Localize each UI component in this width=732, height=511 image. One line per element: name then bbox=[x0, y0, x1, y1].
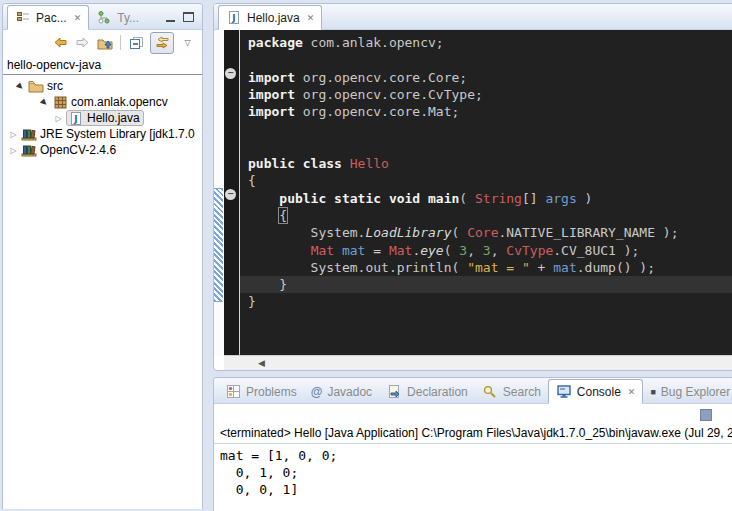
expand-arrow-icon[interactable]: ▶ bbox=[14, 80, 27, 93]
tab-bug-explorer[interactable]: ■ Bug Explorer bbox=[643, 380, 732, 403]
package-explorer-view: Pac... ✕ Ty... ▽ he bbox=[2, 3, 203, 509]
package-explorer-toolbar: ▽ bbox=[3, 30, 202, 55]
svg-text:J: J bbox=[231, 13, 235, 23]
close-icon[interactable]: ✕ bbox=[628, 387, 636, 397]
console-output[interactable]: mat = [1, 0, 0; 0, 1, 0; 0, 0, 1] bbox=[214, 444, 732, 501]
selected-item: J Hello.java bbox=[66, 110, 144, 126]
tab-label: Declaration bbox=[407, 385, 468, 399]
expand-arrow-icon[interactable]: ▶ bbox=[38, 96, 51, 109]
tree-item-label: OpenCV-2.4.6 bbox=[40, 143, 116, 157]
range-indicator bbox=[214, 188, 223, 302]
tree-item-label: src bbox=[47, 79, 63, 93]
tab-search[interactable]: Search bbox=[475, 380, 548, 403]
type-hierarchy-icon bbox=[96, 11, 112, 25]
project-tree: ▶ src ▶ com.anlak.opencv ▷ J Hello.java … bbox=[3, 75, 202, 158]
source-folder-icon bbox=[28, 79, 44, 93]
tree-item-package[interactable]: ▶ com.anlak.opencv bbox=[3, 94, 202, 110]
package-explorer-icon bbox=[15, 11, 31, 25]
bug-square-icon: ■ bbox=[650, 387, 655, 397]
tab-label: Ty... bbox=[117, 11, 139, 25]
collapse-all-button[interactable] bbox=[128, 35, 145, 51]
javadoc-at-icon: @ bbox=[311, 385, 323, 399]
horizontal-scrollbar[interactable]: ◀ bbox=[224, 355, 732, 370]
close-icon[interactable]: ✕ bbox=[307, 13, 315, 23]
up-button[interactable] bbox=[96, 35, 113, 51]
fold-collapse-icon[interactable]: − bbox=[225, 68, 236, 79]
tab-javadoc[interactable]: @ Javadoc bbox=[304, 380, 379, 403]
java-file-icon: J bbox=[226, 11, 242, 25]
bottom-view-tabbar: Problems @ Javadoc Declaration Search Co… bbox=[214, 378, 732, 404]
package-icon bbox=[52, 95, 68, 109]
left-view-tabbar: Pac... ✕ Ty... bbox=[3, 4, 202, 30]
console-status-line: <terminated> Hello [Java Application] C:… bbox=[214, 425, 732, 444]
tree-item-jre-library[interactable]: ▷ JRE System Library [jdk1.7.0 bbox=[3, 126, 202, 142]
tree-item-label: com.anlak.opencv bbox=[71, 95, 168, 109]
maximize-icon[interactable] bbox=[183, 12, 194, 22]
scroll-left-icon[interactable]: ◀ bbox=[258, 358, 265, 368]
view-menu-button[interactable]: ▽ bbox=[179, 35, 196, 51]
search-icon bbox=[482, 385, 498, 399]
console-toolbar-icon[interactable] bbox=[700, 409, 712, 421]
tab-hello-java[interactable]: J Hello.java ✕ bbox=[218, 5, 322, 30]
minimize-icon[interactable] bbox=[166, 12, 175, 22]
collapse-arrow-icon[interactable]: ▷ bbox=[9, 130, 18, 139]
tab-problems[interactable]: Problems bbox=[218, 380, 304, 403]
view-window-buttons bbox=[166, 12, 202, 29]
tab-package-explorer[interactable]: Pac... ✕ bbox=[7, 5, 89, 30]
tab-label: Hello.java bbox=[247, 11, 300, 25]
tree-item-label: Hello.java bbox=[87, 111, 140, 125]
declaration-icon bbox=[386, 385, 402, 399]
svg-text:J: J bbox=[73, 114, 77, 124]
editor-tabbar: J Hello.java ✕ bbox=[214, 4, 732, 30]
editor-area: J Hello.java ✕ − − package com.anlak.ope… bbox=[213, 3, 732, 371]
tree-item-label: JRE System Library [jdk1.7.0 bbox=[40, 127, 195, 141]
tab-declaration[interactable]: Declaration bbox=[379, 380, 475, 403]
collapse-arrow-icon[interactable]: ▷ bbox=[54, 114, 63, 123]
code-editor[interactable]: − − package com.anlak.opencv; import org… bbox=[214, 30, 732, 356]
tab-type-hierarchy[interactable]: Ty... bbox=[89, 6, 146, 29]
java-file-icon: J bbox=[68, 111, 84, 125]
tree-item-opencv-library[interactable]: ▷ OpenCV-2.4.6 bbox=[3, 142, 202, 158]
tab-label: Console bbox=[577, 385, 621, 399]
link-with-editor-button[interactable] bbox=[150, 32, 174, 54]
library-icon bbox=[21, 127, 37, 141]
problems-icon bbox=[225, 385, 241, 399]
project-header[interactable]: hello-opencv-java bbox=[3, 55, 202, 75]
back-button[interactable] bbox=[52, 35, 69, 51]
toolbar-separator bbox=[120, 35, 121, 50]
forward-button[interactable] bbox=[74, 35, 91, 51]
library-icon bbox=[21, 143, 37, 157]
code-lines[interactable]: package com.anlak.opencv; import org.ope… bbox=[240, 30, 732, 356]
annotation-ruler bbox=[214, 30, 224, 356]
tab-label: Bug Explorer bbox=[661, 385, 730, 399]
close-icon[interactable]: ✕ bbox=[74, 13, 82, 23]
console-toolbar bbox=[214, 404, 732, 425]
fold-collapse-icon[interactable]: − bbox=[225, 189, 236, 200]
fold-gutter: − − bbox=[224, 30, 240, 356]
tree-item-hello-java[interactable]: ▷ J Hello.java bbox=[3, 110, 202, 126]
console-icon bbox=[556, 385, 572, 399]
tab-console[interactable]: Console ✕ bbox=[548, 379, 644, 404]
tab-label: Problems bbox=[246, 385, 297, 399]
console-view: Problems @ Javadoc Declaration Search Co… bbox=[213, 377, 732, 511]
collapse-arrow-icon[interactable]: ▷ bbox=[9, 146, 18, 155]
tab-label: Pac... bbox=[36, 11, 67, 25]
tab-label: Search bbox=[503, 385, 541, 399]
tab-label: Javadoc bbox=[327, 385, 372, 399]
tree-item-src[interactable]: ▶ src bbox=[3, 78, 202, 94]
